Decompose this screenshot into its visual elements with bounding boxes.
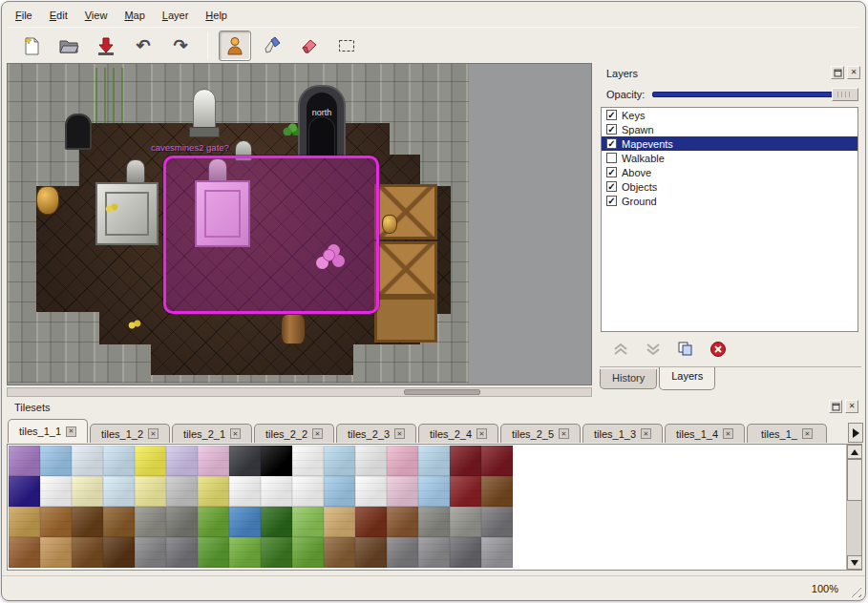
tileset-tile[interactable] — [72, 537, 103, 568]
tab-layers[interactable]: Layers — [659, 367, 715, 390]
tileset-tile[interactable] — [418, 446, 450, 476]
delete-layer-button[interactable] — [708, 339, 729, 360]
dock-float-button[interactable] — [831, 66, 844, 79]
tab-close-icon[interactable]: ✕ — [394, 428, 405, 439]
layer-row[interactable]: Above — [602, 165, 857, 179]
tileset-tile[interactable] — [40, 476, 72, 507]
tileset-tile[interactable] — [324, 476, 355, 507]
menu-map[interactable]: Map — [116, 8, 152, 23]
tab-close-icon[interactable]: ✕ — [802, 428, 813, 439]
tileset-tab[interactable]: tiles_1_1 ✕ — [8, 419, 88, 443]
tab-close-icon[interactable]: ✕ — [559, 428, 569, 439]
tab-scroll-right-button[interactable] — [848, 423, 863, 443]
dock-close-button[interactable]: ✕ — [847, 66, 860, 79]
layer-visibility-checkbox[interactable] — [606, 124, 617, 135]
redo-button[interactable]: ↷ — [164, 31, 197, 61]
tileset-tile[interactable] — [9, 537, 40, 568]
tileset-tile[interactable] — [9, 507, 40, 537]
tileset-tile[interactable] — [450, 537, 481, 568]
layer-visibility-checkbox[interactable] — [606, 196, 617, 206]
tileset-tile[interactable] — [72, 507, 103, 537]
dock-float-button[interactable] — [829, 400, 842, 413]
tileset-tile[interactable] — [481, 446, 513, 476]
scrollbar-thumb[interactable] — [404, 389, 480, 395]
brush-tool-button[interactable] — [256, 31, 288, 61]
menu-edit[interactable]: Edit — [42, 8, 75, 23]
menu-layer[interactable]: Layer — [155, 8, 197, 23]
tileset-tile[interactable] — [292, 476, 324, 507]
tileset-tile[interactable] — [103, 507, 135, 537]
tileset-tile[interactable] — [324, 446, 355, 476]
tileset-tile[interactable] — [198, 476, 229, 507]
tileset-tile[interactable] — [355, 507, 387, 537]
tileset-tile[interactable] — [450, 446, 481, 476]
tileset-tile[interactable] — [481, 537, 513, 568]
tab-history[interactable]: History — [600, 369, 657, 389]
tileset-tab[interactable]: tiles_2_1 ✕ — [172, 424, 252, 443]
map-selection-rect[interactable] — [163, 156, 379, 314]
tab-close-icon[interactable]: ✕ — [230, 428, 241, 439]
dock-close-button[interactable]: ✕ — [845, 400, 858, 413]
eraser-tool-button[interactable] — [293, 31, 326, 61]
tileset-tile[interactable] — [135, 476, 166, 507]
tileset-tile[interactable] — [418, 476, 450, 507]
layer-row[interactable]: Objects — [602, 179, 857, 194]
tileset-tile[interactable] — [72, 476, 103, 507]
map-horizontal-scrollbar[interactable] — [7, 387, 592, 397]
tileset-tile[interactable] — [72, 446, 103, 476]
layer-visibility-checkbox[interactable] — [606, 110, 617, 120]
lower-layer-button[interactable] — [643, 339, 664, 360]
tileset-tile[interactable] — [103, 537, 135, 568]
scrollbar-thumb[interactable] — [847, 459, 862, 501]
layer-row[interactable]: Ground — [602, 194, 857, 208]
tileset-tile[interactable] — [198, 537, 229, 568]
resize-grip[interactable] — [849, 585, 861, 597]
tileset-tile[interactable] — [292, 537, 324, 568]
duplicate-layer-button[interactable] — [675, 339, 696, 360]
map-viewport[interactable]: cavesmines2 gate? north — [7, 63, 592, 385]
tileset-tile[interactable] — [40, 537, 72, 568]
select-tool-button[interactable] — [330, 31, 363, 61]
menu-file[interactable]: File — [8, 8, 40, 23]
map-canvas[interactable]: cavesmines2 gate? north — [8, 64, 469, 383]
tileset-tile[interactable] — [261, 537, 292, 568]
tileset-tile[interactable] — [166, 537, 198, 568]
tileset-tile[interactable] — [229, 537, 261, 568]
tab-close-icon[interactable]: ✕ — [66, 426, 76, 437]
tileset-tile[interactable] — [450, 476, 481, 507]
tileset-tile[interactable] — [166, 507, 198, 537]
layer-row[interactable]: Spawn — [602, 122, 857, 136]
tileset-tab[interactable]: tiles_1_2 ✕ — [90, 424, 170, 443]
tileset-tab[interactable]: tiles_1_3 ✕ — [582, 424, 663, 443]
tileset-tile[interactable] — [229, 446, 261, 476]
tileset-tile[interactable] — [198, 507, 229, 537]
raise-layer-button[interactable] — [610, 339, 631, 360]
tileset-tile[interactable] — [387, 476, 418, 507]
tileset-tile[interactable] — [135, 507, 166, 537]
tileset-tile[interactable] — [166, 446, 198, 476]
tileset-tab[interactable]: tiles_1_4 ✕ — [665, 424, 745, 443]
slider-track[interactable] — [652, 92, 858, 97]
tab-close-icon[interactable]: ✕ — [641, 428, 651, 439]
tileset-tile[interactable] — [261, 476, 292, 507]
layer-visibility-checkbox[interactable] — [606, 138, 617, 149]
menu-view[interactable]: View — [77, 8, 116, 23]
tab-close-icon[interactable]: ✕ — [312, 428, 323, 439]
tileset-tile[interactable] — [355, 537, 387, 568]
new-file-button[interactable] — [15, 31, 48, 61]
layer-row[interactable]: Mapevents — [602, 136, 857, 151]
tileset-tile[interactable] — [481, 476, 513, 507]
tab-close-icon[interactable]: ✕ — [476, 428, 487, 439]
tileset-tile[interactable] — [135, 537, 166, 568]
tileset-view[interactable] — [7, 444, 862, 571]
save-button[interactable] — [90, 31, 122, 61]
undo-button[interactable]: ↶ — [127, 31, 159, 61]
tileset-tile[interactable] — [261, 507, 292, 537]
tileset-tile[interactable] — [355, 446, 387, 476]
tileset-tab[interactable]: tiles_2_3 ✕ — [336, 424, 416, 443]
tileset-vertical-scrollbar[interactable] — [846, 445, 861, 570]
tab-close-icon[interactable]: ✕ — [148, 428, 159, 439]
tileset-tile[interactable] — [166, 476, 198, 507]
tileset-tab[interactable]: tiles_2_4 ✕ — [418, 424, 498, 443]
tileset-tile[interactable] — [229, 507, 261, 537]
